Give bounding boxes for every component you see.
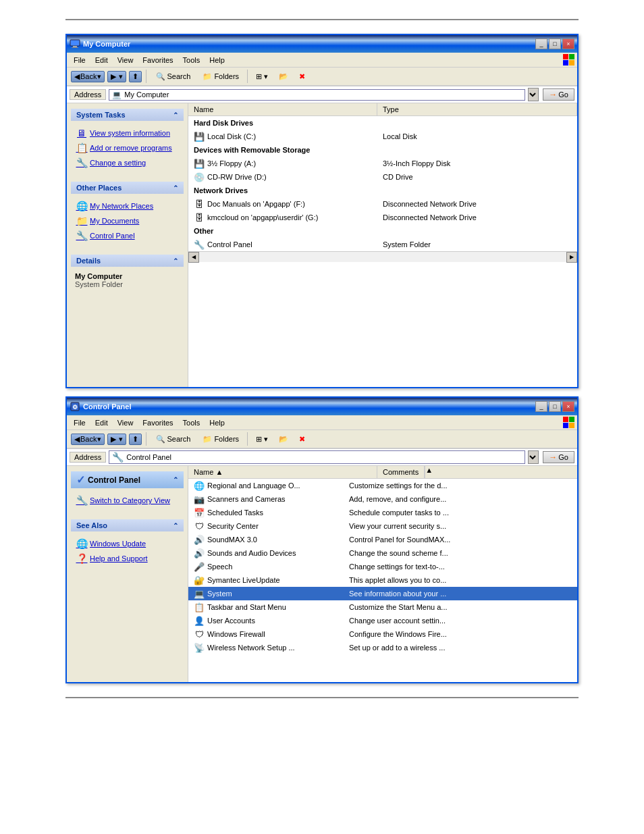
- scroll-track[interactable]: [199, 252, 566, 262]
- cp-menu-favorites[interactable]: Favorites: [138, 417, 177, 428]
- change-setting-link[interactable]: 🔧 Change a setting: [75, 156, 180, 170]
- cp-search-button[interactable]: 🔍 Search: [151, 434, 196, 445]
- up-button[interactable]: ⬆: [129, 71, 142, 82]
- move-to-button[interactable]: 📂: [275, 71, 292, 82]
- cp-address-dropdown[interactable]: ▾: [528, 450, 539, 464]
- system-tasks-header[interactable]: System Tasks ⌃: [71, 109, 184, 121]
- cp-item-scanners[interactable]: 📷 Scanners and Cameras Add, remove, and …: [188, 492, 577, 506]
- cp-item-speech[interactable]: 🎤 Speech Change settings for text-to-...: [188, 560, 577, 573]
- scroll-right-button[interactable]: ▶: [566, 252, 577, 263]
- doc-manuals-row[interactable]: 🗄 Doc Manuals on 'Apgapp' (F:) Disconnec…: [188, 197, 577, 211]
- cp-item-soundmax[interactable]: 🔊 SoundMAX 3.0 Control Panel for SoundMA…: [188, 533, 577, 546]
- cp-security-comment: View your current security s...: [344, 521, 577, 531]
- cp-item-wireless[interactable]: 📡 Wireless Network Setup ... Set up or a…: [188, 641, 577, 654]
- maximize-button[interactable]: □: [549, 38, 561, 49]
- menu-file[interactable]: File: [70, 55, 90, 66]
- add-remove-programs-link[interactable]: 📋 Add or remove programs: [75, 141, 180, 155]
- other-places-content: 🌐 My Network Places 📁 My Documents 🔧 Con…: [71, 197, 184, 246]
- my-documents-link[interactable]: 📁 My Documents: [75, 214, 180, 228]
- floppy-name-cell: 💾 3½ Floppy (A:): [188, 157, 377, 170]
- other-label: Other: [194, 227, 213, 235]
- cdrw-type: CD Drive: [377, 172, 577, 182]
- control-panel-row[interactable]: 🔧 Control Panel System Folder: [188, 238, 577, 251]
- go-button[interactable]: → Go: [543, 88, 574, 101]
- delete-button[interactable]: ✖: [295, 71, 309, 82]
- forward-button[interactable]: ▶ ▾: [107, 71, 126, 82]
- cp-item-regional[interactable]: 🌐 Regional and Language O... Customize s…: [188, 479, 577, 492]
- menu-favorites[interactable]: Favorites: [138, 55, 177, 66]
- view-system-info-link[interactable]: 🖥 View system information: [75, 126, 180, 140]
- details-header[interactable]: Details ⌃: [71, 255, 184, 267]
- svg-rect-0: [70, 40, 80, 46]
- cp-name-column-header[interactable]: Name ▲: [188, 466, 377, 478]
- menu-view[interactable]: View: [113, 55, 138, 66]
- menu-tools[interactable]: Tools: [179, 55, 205, 66]
- help-support-icon: ❓: [76, 553, 87, 564]
- cp-item-scheduled[interactable]: 📅 Scheduled Tasks Schedule computer task…: [188, 506, 577, 519]
- cp-minimize-button[interactable]: _: [535, 401, 547, 412]
- cp-forward-button[interactable]: ▶ ▾: [107, 434, 126, 445]
- windows-update-link[interactable]: 🌐 Windows Update: [75, 537, 180, 550]
- local-disk-row[interactable]: 💾 Local Disk (C:) Local Disk: [188, 130, 577, 143]
- menu-edit[interactable]: Edit: [91, 55, 112, 66]
- cdrw-row[interactable]: 💿 CD-RW Drive (D:) CD Drive: [188, 170, 577, 184]
- address-input[interactable]: 💻 My Computer: [109, 89, 525, 101]
- cp-wireless-label: Wireless Network Setup ...: [207, 644, 295, 652]
- menu-help[interactable]: Help: [205, 55, 229, 66]
- floppy-row[interactable]: 💾 3½ Floppy (A:) 3½-Inch Floppy Disk: [188, 157, 577, 170]
- close-button[interactable]: ×: [562, 38, 574, 49]
- cp-scroll-up-header[interactable]: ▲: [425, 466, 435, 478]
- cp-item-sounds[interactable]: 🔊 Sounds and Audio Devices Change the so…: [188, 546, 577, 560]
- network-drives-section-header: Network Drives: [188, 184, 577, 197]
- cp-menu-view[interactable]: View: [113, 417, 138, 428]
- cp-address-input[interactable]: 🔧 Control Panel: [109, 450, 525, 464]
- see-also-header[interactable]: See Also ⌃: [71, 519, 184, 531]
- cp-move-button[interactable]: 📂: [275, 434, 292, 445]
- cp-menu-edit[interactable]: Edit: [91, 417, 112, 428]
- cp-menu-file[interactable]: File: [70, 417, 90, 428]
- cp-maximize-button[interactable]: □: [549, 401, 561, 412]
- kmccloud-icon: 🗄: [194, 212, 205, 223]
- cp-delete-button[interactable]: ✖: [295, 434, 309, 445]
- type-column-header[interactable]: Type: [377, 103, 577, 115]
- cp-up-button[interactable]: ⬆: [129, 434, 142, 445]
- switch-to-category-link[interactable]: 🔧 Switch to Category View: [75, 494, 180, 507]
- cp-wireless-icon: 📡: [194, 642, 205, 653]
- cp-menu-tools[interactable]: Tools: [179, 417, 205, 428]
- cdrw-icon: 💿: [194, 172, 205, 182]
- help-and-support-link[interactable]: ❓ Help and Support: [75, 552, 180, 565]
- cp-view-dropdown: ▾: [264, 435, 268, 444]
- horizontal-scrollbar[interactable]: ◀ ▶: [188, 251, 577, 262]
- cp-item-security[interactable]: 🛡 Security Center View your current secu…: [188, 519, 577, 533]
- cp-item-symantec[interactable]: 🔐 Symantec LiveUpdate This applet allows…: [188, 573, 577, 587]
- cp-go-button[interactable]: → Go: [543, 451, 574, 463]
- cp-panel-title: Control Panel: [88, 475, 140, 485]
- cp-item-system[interactable]: 💻 System See information about your ...: [188, 587, 577, 600]
- cp-item-taskbar[interactable]: 📋 Taskbar and Start Menu Customize the S…: [188, 600, 577, 614]
- file-list-header: Name Type: [188, 103, 577, 116]
- search-button[interactable]: 🔍 Search: [151, 71, 196, 82]
- cp-comments-column-header[interactable]: Comments: [377, 466, 425, 478]
- control-panel-link[interactable]: 🔧 Control Panel: [75, 229, 180, 242]
- cp-item-user-accounts[interactable]: 👤 User Accounts Change user account sett…: [188, 614, 577, 627]
- delete-icon: ✖: [299, 72, 305, 81]
- address-dropdown[interactable]: ▾: [528, 88, 539, 101]
- my-network-places-link[interactable]: 🌐 My Network Places: [75, 199, 180, 213]
- cp-view-button[interactable]: ⊞ ▾: [252, 434, 272, 445]
- folders-button[interactable]: 📁 Folders: [198, 71, 243, 82]
- cp-panel-header[interactable]: ✓ Control Panel ⌃: [71, 471, 184, 488]
- view-button[interactable]: ⊞ ▾: [252, 71, 272, 82]
- cp-search-icon: 🔍: [156, 435, 165, 444]
- minimize-button[interactable]: _: [535, 38, 547, 49]
- cp-item-firewall[interactable]: 🛡 Windows Firewall Configure the Windows…: [188, 627, 577, 641]
- scroll-left-button[interactable]: ◀: [188, 252, 199, 263]
- cp-close-button[interactable]: ×: [562, 401, 574, 412]
- details-sub: System Folder: [75, 280, 180, 288]
- cp-folders-button[interactable]: 📁 Folders: [198, 434, 243, 445]
- name-column-header[interactable]: Name: [188, 103, 377, 115]
- cp-menu-help[interactable]: Help: [205, 417, 229, 428]
- cp-back-button[interactable]: ◀ Back ▾: [71, 434, 105, 445]
- back-button[interactable]: ◀ Back ▾: [71, 71, 105, 82]
- kmccloud-row[interactable]: 🗄 kmccloud on 'apgapp\userdir' (G:) Disc…: [188, 211, 577, 224]
- other-places-header[interactable]: Other Places ⌃: [71, 182, 184, 194]
